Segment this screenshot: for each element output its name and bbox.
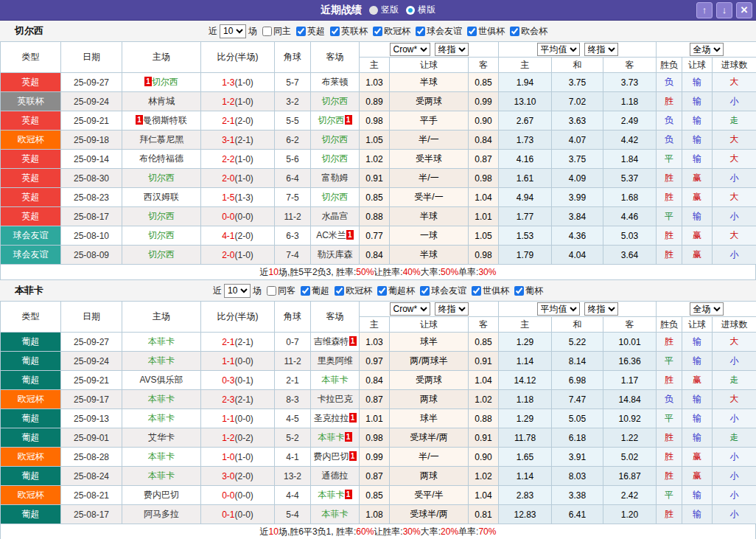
radio-selected-icon[interactable]: [406, 6, 415, 15]
result-goals: 小: [713, 169, 756, 188]
away-team: 水晶宫: [322, 211, 349, 221]
result-handicap: 输: [682, 409, 713, 428]
crown-home-odds: 1.03: [360, 73, 390, 92]
same-venue-checkbox-input[interactable]: [262, 27, 272, 36]
team-name: 本菲卡: [15, 284, 43, 297]
league-badge: 欧冠杯: [1, 131, 61, 150]
away-team: 圣克拉拉: [314, 413, 349, 423]
bookmaker-select[interactable]: Crow*: [390, 302, 430, 316]
odds-stage-select-1[interactable]: 终指: [435, 43, 469, 56]
away-team: 勒沃库森: [318, 249, 353, 260]
league-checkbox-input[interactable]: [330, 27, 340, 36]
league-checkbox-欧会杯[interactable]: 欧会杯: [507, 25, 547, 38]
home-team: 曼彻斯特联: [143, 115, 187, 125]
league-checkbox-input[interactable]: [467, 27, 477, 36]
corners-cell: 2-1: [275, 371, 311, 390]
same-venue-checkbox-input[interactable]: [267, 286, 276, 296]
league-checkbox-世俱杯[interactable]: 世俱杯: [464, 25, 505, 38]
crown-home-odds: 0.99: [360, 448, 390, 467]
league-checkbox-input[interactable]: [377, 286, 387, 296]
crown-home-odds: 0.97: [360, 352, 390, 371]
crown-away-odds: 0.88: [469, 409, 499, 428]
match-date: 25-08-10: [61, 226, 122, 246]
league-badge: 欧冠杯: [1, 390, 61, 409]
league-checkbox-input[interactable]: [416, 27, 425, 36]
layout-radio-vertical[interactable]: 竖版: [369, 4, 399, 16]
radio-unselected-icon[interactable]: [369, 6, 378, 15]
bookmaker-select[interactable]: Crow*: [390, 43, 430, 56]
league-checkbox-葡杯[interactable]: 葡杯: [511, 285, 543, 297]
league-checkbox-球会友谊[interactable]: 球会友谊: [413, 25, 462, 38]
league-checkbox-球会友谊[interactable]: 球会友谊: [417, 285, 466, 297]
away-team-cell: 圣克拉拉1: [311, 409, 360, 428]
home-team: 本菲卡: [148, 413, 175, 423]
same-venue-checkbox[interactable]: 同客: [264, 285, 295, 297]
league-checkbox-input[interactable]: [296, 27, 306, 36]
away-team-cell: 切尔西: [311, 188, 360, 207]
layout-radio-horizontal[interactable]: 横版: [406, 4, 435, 16]
league-checkbox-input[interactable]: [301, 286, 310, 296]
crown-away-odds: 1.04: [469, 486, 499, 505]
avg-away-odds: 4.42: [603, 131, 657, 150]
match-count-select[interactable]: 10: [220, 24, 246, 38]
league-checkbox-欧冠杯[interactable]: 欧冠杯: [332, 285, 372, 297]
average-select[interactable]: 平均值: [537, 302, 580, 316]
result-handicap: 输: [682, 352, 713, 371]
odds-stage-select-2[interactable]: 终指: [584, 43, 618, 56]
home-team-cell: 切尔西: [122, 169, 201, 188]
avg-home-odds: 1.14: [499, 352, 552, 371]
match-row: 葡超25-09-27本菲卡2-1(2-1)0-7吉维森特11.03球半0.851…: [1, 333, 756, 352]
corners-cell: 5-7: [275, 73, 311, 92]
red-card-badge: 1: [136, 115, 143, 125]
league-checkbox-欧冠杯[interactable]: 欧冠杯: [370, 25, 410, 38]
same-venue-checkbox[interactable]: 同主: [259, 25, 291, 38]
league-badge: 英超: [1, 111, 61, 131]
league-checkbox-葡超杯[interactable]: 葡超杯: [374, 285, 415, 297]
result-goals: 大: [713, 131, 756, 150]
avg-home-odds: 2.83: [499, 486, 552, 505]
crown-away-odds: 0.98: [469, 169, 499, 188]
odds-stage-select-2[interactable]: 终指: [584, 302, 618, 316]
home-team: 艾华卡: [148, 432, 175, 442]
match-date: 25-08-17: [61, 505, 122, 524]
score-cell: 1-2(1-0): [201, 92, 275, 111]
odds-stage-select-1[interactable]: 终指: [435, 302, 469, 316]
summary-segment: 30%: [403, 526, 421, 537]
recent-results-panel: 近期战绩 竖版 横版 ↑ ↓ ✕ 切尔西近10场同主英超英联杯欧冠杯球会友谊世俱…: [0, 0, 756, 539]
move-up-button[interactable]: ↑: [696, 2, 713, 18]
home-team: 切尔西: [152, 77, 178, 87]
move-down-button[interactable]: ↓: [716, 2, 732, 18]
result-goals: 大: [713, 333, 756, 352]
sub-header-8: 进球数: [713, 58, 756, 73]
avg-away-odds: 16.87: [603, 467, 657, 486]
home-team: 切尔西: [148, 211, 175, 221]
match-date: 25-08-30: [61, 169, 122, 188]
result-handicap: 赢: [682, 467, 713, 486]
corners-cell: 4-1: [275, 448, 311, 467]
league-checkbox-世俱杯[interactable]: 世俱杯: [469, 285, 509, 297]
league-checkbox-input[interactable]: [510, 27, 519, 36]
corners-cell: 5-2: [275, 428, 311, 448]
league-checkbox-英联杯[interactable]: 英联杯: [327, 25, 368, 38]
fulltime-score: 2-3: [222, 394, 234, 405]
close-button[interactable]: ✕: [736, 2, 752, 18]
full-match-select[interactable]: 全场: [690, 302, 724, 316]
league-checkbox-英超[interactable]: 英超: [293, 25, 325, 38]
handicap-line: 半球: [390, 246, 469, 265]
column-header-3: 比分(半场): [201, 42, 275, 73]
match-count-select[interactable]: 10: [224, 284, 251, 298]
league-checkbox-葡超[interactable]: 葡超: [298, 285, 329, 297]
league-checkbox-input[interactable]: [420, 286, 430, 296]
league-checkbox-input[interactable]: [373, 27, 382, 36]
result-outcome: 负: [657, 131, 682, 150]
result-outcome: 胜: [657, 505, 682, 524]
league-checkbox-input[interactable]: [472, 286, 481, 296]
average-select[interactable]: 平均值: [537, 43, 580, 56]
league-checkbox-input[interactable]: [514, 286, 524, 296]
titlebar-buttons: ↑ ↓ ✕: [696, 2, 752, 18]
full-match-select[interactable]: 全场: [690, 43, 724, 56]
home-team: 布伦特福德: [139, 153, 183, 164]
match-row: 葡超25-09-01艾华卡1-2(0-2)5-2本菲卡10.98受球半/两0.9…: [1, 428, 756, 448]
match-row: 葡超25-09-13本菲卡1-1(0-0)4-5圣克拉拉11.01球半0.881…: [1, 409, 756, 428]
league-checkbox-input[interactable]: [335, 286, 344, 296]
